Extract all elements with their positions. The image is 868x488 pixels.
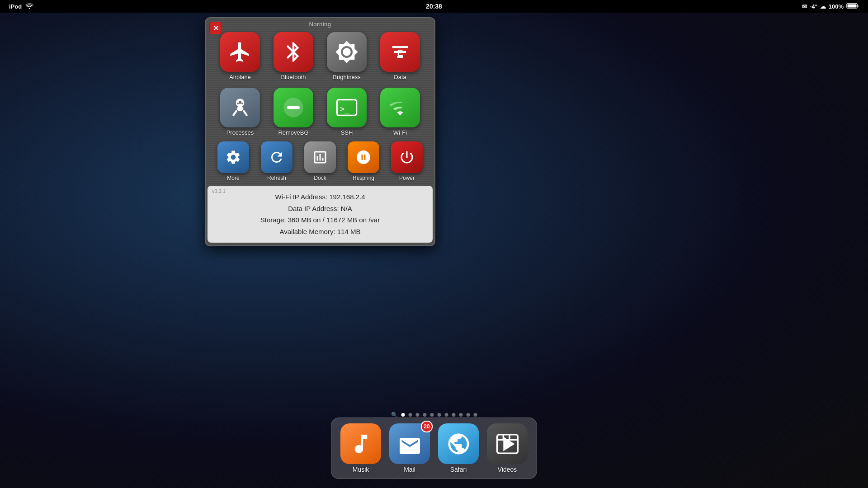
data-toggle[interactable]: E Data — [375, 32, 425, 80]
wifi-toggle[interactable]: Wi-Fi — [375, 88, 425, 136]
power-button[interactable]: Power — [387, 141, 427, 181]
data-label: Data — [394, 74, 406, 80]
bluetooth-toggle[interactable]: Bluetooth — [269, 32, 318, 80]
musik-icon — [340, 423, 381, 464]
dot-8 — [452, 413, 456, 417]
more-button[interactable]: More — [213, 141, 254, 181]
battery-percent: 100% — [829, 3, 844, 10]
dot-10 — [467, 413, 470, 417]
removebg-icon-bg — [274, 88, 313, 127]
svg-text:>_: >_ — [340, 104, 349, 113]
page-dots: 🔍 — [391, 412, 477, 418]
dot-1 — [401, 413, 405, 417]
panel-header: Norning — [206, 18, 434, 28]
dot-7 — [445, 413, 448, 417]
svg-text:E: E — [397, 48, 403, 58]
dot-9 — [459, 413, 463, 417]
dock-safari[interactable]: Safari — [438, 423, 479, 473]
info-panel: v3.2.1 Wi-Fi IP Address: 192.168.2.4 Dat… — [208, 186, 433, 243]
removebg-label: RemoveBG — [278, 129, 308, 136]
toggle-row-1: Airplane Bluetooth Brightness E — [206, 28, 434, 84]
airplane-icon-bg — [220, 32, 260, 72]
respring-icon-bg — [348, 141, 379, 173]
ssh-label: SSH — [341, 129, 353, 136]
ssh-toggle[interactable]: >_ SSH — [322, 88, 372, 136]
dock-button[interactable]: Dock — [300, 141, 340, 181]
refresh-label: Refresh — [267, 175, 286, 181]
battery-icon — [846, 3, 859, 10]
svg-rect-1 — [848, 4, 857, 7]
toggle-row-3: More Refresh Dock Re — [206, 140, 434, 186]
version-label: v3.2.1 — [212, 188, 226, 194]
bluetooth-label: Bluetooth — [281, 74, 306, 80]
status-right: ✉ -4° ☁ 100% — [802, 3, 859, 10]
dot-6 — [438, 413, 441, 417]
memory-line: Available Memory: 114 MB — [217, 226, 424, 238]
dock-musik[interactable]: Musik — [340, 423, 381, 473]
dot-4 — [423, 413, 427, 417]
refresh-icon-bg — [261, 141, 292, 173]
svg-point-9 — [237, 103, 239, 104]
airplane-toggle[interactable]: Airplane — [215, 32, 265, 80]
dot-11 — [474, 413, 477, 417]
svg-line-7 — [243, 110, 247, 116]
safari-label: Safari — [450, 466, 467, 473]
dock-videos[interactable]: Videos — [487, 423, 528, 473]
brightness-icon-bg — [327, 32, 367, 72]
respring-button[interactable]: Respring — [343, 141, 384, 181]
brightness-label: Brightness — [333, 74, 360, 80]
power-label: Power — [399, 175, 415, 181]
svg-point-5 — [237, 106, 244, 111]
musik-label: Musik — [353, 466, 369, 473]
mail-badge: 20 — [421, 421, 433, 432]
dock-icon-bg — [304, 141, 336, 173]
airplane-label: Airplane — [229, 74, 251, 80]
device-label: iPod — [9, 3, 22, 10]
sbsettings-panel: ✕ Norning Airplane Bluetooth — [205, 17, 435, 246]
videos-icon — [487, 423, 528, 464]
bluetooth-icon-bg — [274, 32, 313, 72]
wifi-label: Wi-Fi — [393, 129, 407, 136]
search-dot: 🔍 — [391, 412, 398, 418]
storage-line: Storage: 360 MB on / 11672 MB on /var — [217, 214, 424, 226]
svg-point-10 — [241, 103, 243, 104]
removebg-toggle[interactable]: RemoveBG — [269, 88, 318, 136]
safari-icon — [438, 423, 479, 464]
status-bar: iPod 20:38 ✉ -4° ☁ 100% — [0, 0, 868, 13]
power-icon-bg — [391, 141, 423, 173]
wifi-icon — [25, 3, 33, 10]
wifi-icon-bg — [380, 88, 420, 127]
svg-rect-2 — [858, 5, 859, 7]
videos-label: Videos — [498, 466, 517, 473]
processes-toggle[interactable]: Processes — [215, 88, 265, 136]
temperature: -4° — [810, 3, 817, 10]
respring-label: Respring — [353, 175, 374, 181]
ssh-icon-bg: >_ — [327, 88, 367, 127]
brightness-toggle[interactable]: Brightness — [322, 32, 372, 80]
processes-icon-bg — [220, 88, 260, 127]
toggle-row-2: Processes RemoveBG >_ SSH — [206, 84, 434, 140]
wifi-ip-line: Wi-Fi IP Address: 192.168.2.4 — [217, 191, 424, 203]
status-left: iPod — [9, 3, 33, 10]
svg-point-8 — [239, 101, 241, 103]
dock-label: Dock — [314, 175, 326, 181]
mail-icon: ✉ — [802, 3, 807, 10]
more-icon-bg — [217, 141, 249, 173]
more-label: More — [227, 175, 239, 181]
dot-5 — [430, 413, 434, 417]
dot-2 — [409, 413, 412, 417]
status-time: 20:38 — [426, 3, 442, 10]
dot-3 — [416, 413, 420, 417]
data-icon-bg: E — [380, 32, 420, 72]
cloud-icon: ☁ — [820, 3, 826, 10]
processes-label: Processes — [226, 129, 254, 136]
dock-mail[interactable]: 20 Mail — [389, 423, 430, 473]
svg-line-6 — [233, 110, 236, 116]
mail-label: Mail — [404, 466, 415, 473]
dock: Musik 20 Mail Safari Videos — [331, 418, 537, 479]
close-button[interactable]: ✕ — [209, 22, 222, 34]
refresh-button[interactable]: Refresh — [256, 141, 297, 181]
data-ip-line: Data IP Address: N/A — [217, 203, 424, 215]
